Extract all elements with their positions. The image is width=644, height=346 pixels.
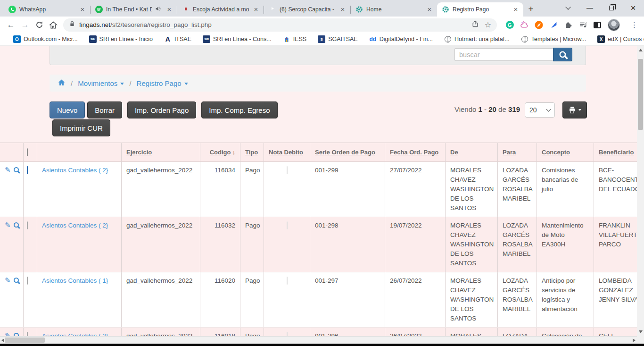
forward-icon[interactable]: → [18,20,32,30]
table-row: ✎ Asientos Contables ( 2} gad_vallehermo… [0,217,644,272]
header-codigo[interactable]: Codigo [210,149,231,156]
header-actions-cell [0,143,24,161]
extensions-strip: G ⋮ [505,19,638,31]
bookmark-templates[interactable]: Templates | Microw... [521,35,586,43]
media-queue-extension-icon[interactable] [578,21,587,29]
breadcrumb-movimientos[interactable]: Movimientos [78,79,124,87]
row-checkbox[interactable] [27,332,28,336]
row-checkbox[interactable] [27,277,28,285]
home-icon[interactable] [46,21,60,29]
orange-extension-icon[interactable] [535,21,543,29]
bookmarks-bar: O Outlook.com - Micr... SRI SRI en Línea… [0,33,644,46]
share-icon[interactable] [471,20,479,30]
tab-whatsapp[interactable]: WhatsApp × [4,2,90,17]
tab-close-icon[interactable]: × [512,6,520,13]
tab-registro-pago[interactable]: Registro Pago × [437,2,523,17]
close-window-button[interactable]: × [622,0,644,16]
scroll-right-icon[interactable] [633,338,636,342]
horizontal-scroll-thumb[interactable] [5,338,45,343]
header-nota-debito[interactable]: Nota Debito [269,149,303,156]
tab-youtube[interactable]: (6) Sercop Capacita - × [264,2,350,17]
bookmark-star-icon[interactable]: ☆ [485,20,491,29]
new-tab-button[interactable]: + [524,3,537,16]
cell-tipo: Pago [240,272,264,327]
scroll-up-icon[interactable] [639,49,643,51]
minimize-button[interactable]: — [579,0,601,16]
browser-menu-icon[interactable]: ⋮ [631,21,638,29]
search-button[interactable] [553,48,572,61]
print-menu-button[interactable] [562,101,587,118]
bookmark-sri-inicio[interactable]: SRI SRI en Línea - Inicio [89,35,153,43]
horizontal-scrollbar[interactable] [0,336,637,344]
bookmark-hotmart[interactable]: Hotmart: una plataf... [444,35,510,43]
header-de[interactable]: De [450,149,458,156]
scroll-down-icon[interactable] [639,330,643,333]
imprimir-cur-button[interactable]: Imprimir CUR [52,119,110,136]
row-checkbox[interactable] [27,221,28,229]
view-icon[interactable] [13,332,18,336]
tab-home[interactable]: Home × [351,2,437,17]
reload-icon[interactable] [32,21,46,29]
bookmark-sri-consultas[interactable]: SRI SRI en Línea - Cons... [203,35,272,43]
row-checkbox[interactable] [27,166,28,174]
cloud-extension-icon[interactable] [520,21,528,29]
edit-icon[interactable]: ✎ [5,167,11,173]
vertical-scroll-thumb[interactable] [638,59,643,130]
asientos-contables-link[interactable]: Asientos Contables ( 2} [42,332,108,336]
url-path: /sf2/tesoreria/registro_pago_list.php [110,21,212,28]
edit-icon[interactable]: ✎ [5,222,11,228]
tab-close-icon[interactable]: × [426,6,433,13]
header-concepto[interactable]: Concepto [542,149,570,156]
edit-icon[interactable]: ✎ [5,277,11,284]
profile-avatar[interactable] [608,19,620,31]
side-panel-icon[interactable] [593,21,602,29]
asientos-contables-link[interactable]: Asientos Contables ( 2} [42,167,108,174]
breadcrumb-registro-pago[interactable]: Registro Pago [137,79,188,87]
audio-playing-icon[interactable] [155,6,161,13]
bookmark-outlook[interactable]: O Outlook.com - Micr... [13,35,78,43]
asientos-contables-link[interactable]: Asientos Contables ( 2} [42,222,108,229]
restore-window-button[interactable] [601,0,622,16]
edit-icon[interactable]: ✎ [5,332,11,336]
page-size-select[interactable]: 20 [525,102,555,118]
view-icon[interactable] [13,222,18,228]
vertical-scrollbar[interactable] [637,46,644,336]
header-ejercicio[interactable]: Ejercicio [126,149,152,156]
nuevo-button[interactable]: Nuevo [50,101,85,118]
bookmark-iess[interactable]: IESS [283,35,307,43]
view-icon[interactable] [13,277,18,284]
imp-comp-egreso-button[interactable]: Imp. Comp. Egreso [201,101,277,118]
cell-concepto: Colocación de [537,328,594,336]
header-fecha-ord-pago[interactable]: Fecha Ord. Pago [390,149,438,156]
select-all-checkbox[interactable] [27,148,28,156]
cell-para: LOZADA GARCÉS ROSALBA MARIBEL [498,162,537,217]
tab-close-icon[interactable]: × [252,6,260,13]
header-para[interactable]: Para [503,149,516,156]
blue-feather-extension-icon[interactable] [549,21,558,29]
address-bar[interactable]: fingads.net/sf2/tesoreria/registro_pago_… [63,18,497,32]
bookmark-digitaldefynd[interactable]: dd DigitalDefynd - Fin... [369,35,433,43]
borrar-button[interactable]: Borrar [87,101,122,118]
grammarly-extension-icon[interactable]: G [505,21,514,29]
home-breadcrumb-icon[interactable] [58,79,66,88]
asientos-contables-link[interactable]: Asientos Contables ( 1} [42,277,108,284]
search-input[interactable] [454,48,553,61]
bookmark-sgaitsae[interactable]: S SGAITSAE [318,35,358,43]
tab-close-icon[interactable]: × [165,6,173,13]
view-icon[interactable] [13,167,18,173]
header-beneficiario[interactable]: Beneficiario [599,149,634,156]
tab-spotify[interactable]: In The End • Kat D × [91,2,177,17]
tab-search-chevron-icon[interactable] [557,0,579,16]
tab-close-icon[interactable]: × [79,6,86,13]
scroll-left-icon[interactable] [1,338,4,342]
bookmark-edx[interactable]: X edX | Cursos en líne... [597,35,644,43]
bookmark-itsae[interactable]: A ITSAE [164,35,191,43]
tab-escoja-actividad[interactable]: Escoja Actividad a mo × [177,2,264,17]
imp-orden-pago-button[interactable]: Imp. Orden Pago [127,101,196,118]
extensions-puzzle-icon[interactable] [564,21,572,29]
header-serie-orden-pago[interactable]: Serie Orden de Pago [315,149,375,156]
header-tipo[interactable]: Tipo [245,149,258,156]
tab-close-icon[interactable]: × [339,6,347,13]
cell-tipo: Pago [240,217,264,272]
back-icon[interactable]: ← [4,20,18,30]
